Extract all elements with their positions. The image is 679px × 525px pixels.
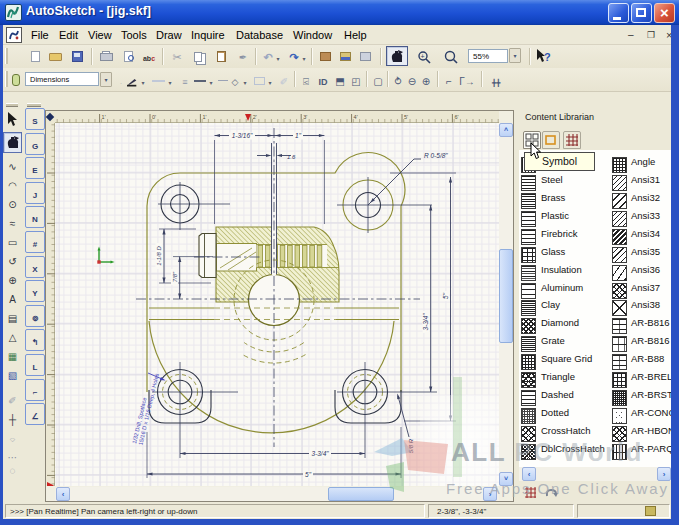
svg-text:5": 5": [305, 471, 312, 478]
svg-text:R 0-5/8": R 0-5/8": [424, 152, 448, 159]
svg-text:+: +: [421, 52, 425, 59]
svg-text:1': 1': [202, 114, 206, 120]
svg-text:3-3/4": 3-3/4": [422, 313, 429, 331]
svg-text:?: ?: [544, 51, 551, 63]
svg-text:1": 1": [295, 132, 302, 139]
svg-text:3': 3': [303, 114, 307, 120]
svg-text:1-3/16": 1-3/16": [232, 132, 253, 139]
svg-text:4': 4': [354, 114, 358, 120]
svg-text:5': 5': [404, 114, 408, 120]
svg-text:5": 5": [442, 292, 449, 299]
svg-text:2': 2': [253, 114, 257, 120]
svg-text:1.6: 1.6: [287, 154, 296, 160]
svg-text:1-1/8 D: 1-1/8 D: [156, 246, 162, 266]
svg-text:1': 1': [102, 114, 106, 120]
svg-text:7/8": 7/8": [172, 271, 178, 282]
svg-text:0': 0': [152, 114, 156, 120]
svg-text:6': 6': [454, 114, 458, 120]
svg-text:3-3/4": 3-3/4": [311, 450, 329, 457]
